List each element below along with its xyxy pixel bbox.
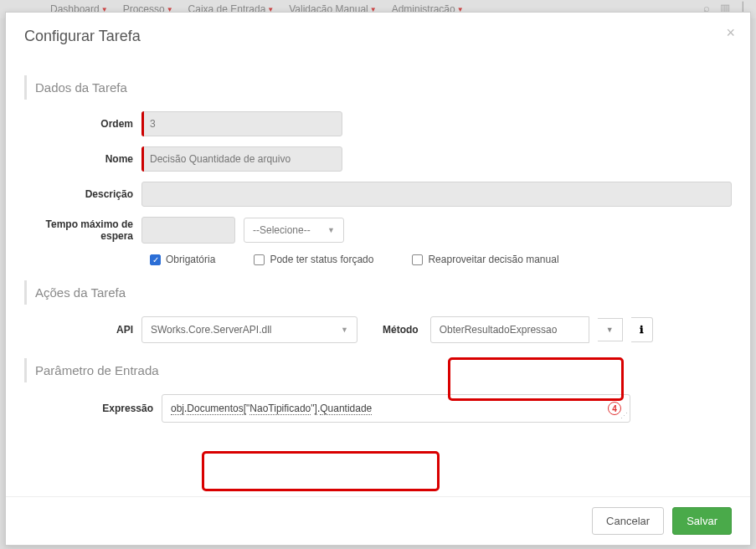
label-api: API [24,324,133,336]
chevron-down-icon: ▼ [341,326,348,334]
checkbox-icon: ✓ [150,254,161,265]
metodo-info-button[interactable]: ℹ [631,317,653,342]
required-indicator [141,111,144,136]
cancel-button[interactable]: Cancelar [592,507,664,535]
info-icon: ℹ [640,324,644,336]
label-metodo: Método [383,324,419,336]
close-icon[interactable]: × [726,24,735,42]
label-expressao: Expressão [86,403,153,414]
checkbox-row: ✓ Obrigatória Pode ter status forçado Re… [150,254,732,265]
row-api-metodo: API SWorks.Core.ServerAPI.dll▼ Método Ob… [24,316,732,343]
row-tempo-espera: Tempo máximo de espera --Selecione--▼ [24,217,732,244]
resize-grip-icon[interactable]: ⋰ [620,413,628,420]
tempo-unit-select[interactable]: --Selecione--▼ [244,218,344,243]
checkbox-obrigatoria[interactable]: ✓ Obrigatória [150,254,215,265]
checkbox-icon [412,254,423,265]
label-ordem: Ordem [24,118,133,130]
tempo-value-input[interactable] [141,217,235,244]
ordem-input[interactable] [141,111,342,136]
configurar-tarefa-modal: × Configurar Tarefa Dados da Tarefa Orde… [5,12,751,546]
checkbox-status-forcado[interactable]: Pode ter status forçado [254,254,373,265]
checkbox-icon [254,254,265,265]
expressao-text: obj.Documentos["NaoTipificado"].Quantida… [171,403,372,414]
row-expressao: Expressão obj.Documentos["NaoTipificado"… [86,394,732,423]
modal-title: Configurar Tarefa [24,28,732,45]
checkbox-reaproveitar[interactable]: Reaproveitar decisão manual [412,254,558,265]
modal-footer: Cancelar Salvar [6,496,750,545]
expressao-input[interactable]: obj.Documentos["NaoTipificado"].Quantida… [162,394,630,423]
descricao-input[interactable] [141,182,732,207]
section-dados-tarefa: Dados da Tarefa [24,75,732,100]
label-tempo: Tempo máximo de espera [24,218,133,243]
modal-body: Dados da Tarefa Ordem Nome Descrição Tem… [6,54,750,496]
label-nome: Nome [24,153,133,165]
label-descricao: Descrição [24,188,133,200]
step-badge-4: 4 [608,402,621,415]
metodo-dropdown-toggle[interactable]: ▼ [598,318,623,341]
chevron-down-icon: ▼ [327,226,335,234]
save-button[interactable]: Salvar [672,507,732,535]
section-parametro-entrada: Parâmetro de Entrada [24,358,732,382]
row-nome: Nome [24,146,732,172]
modal-header: Configurar Tarefa [6,13,750,54]
row-descricao: Descrição [24,182,732,207]
api-select[interactable]: SWorks.Core.ServerAPI.dll▼ [141,316,357,343]
metodo-select[interactable]: ObterResultadoExpressao [430,316,589,343]
section-acoes-tarefa: Ações da Tarefa [24,280,732,305]
required-indicator [141,146,144,172]
row-ordem: Ordem [24,111,732,136]
nome-input[interactable] [141,146,342,172]
